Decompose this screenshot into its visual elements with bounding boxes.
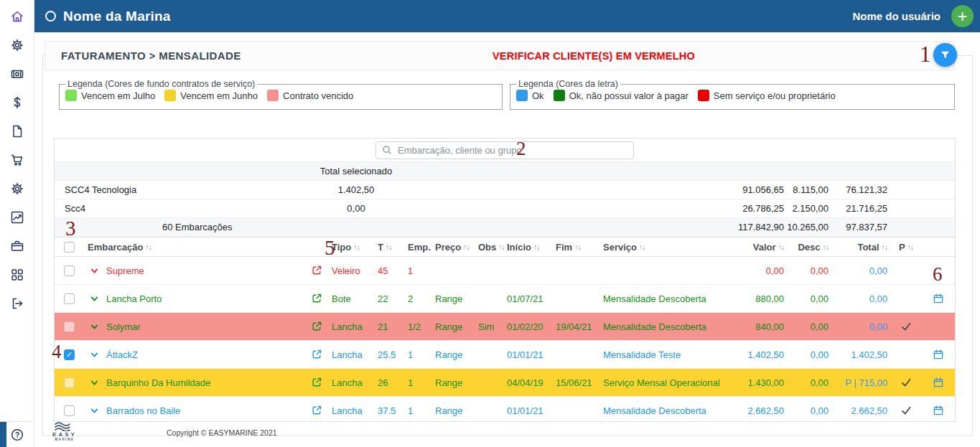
column-header-fim[interactable]: Fim↑↓ bbox=[553, 242, 600, 253]
add-button[interactable]: + bbox=[951, 5, 974, 27]
summary-header-row: Total selecionado bbox=[55, 162, 955, 181]
sort-icon[interactable]: ↑↓ bbox=[463, 243, 470, 251]
row-checkbox[interactable] bbox=[64, 377, 75, 388]
expand-chevron-icon[interactable] bbox=[85, 294, 103, 304]
expand-chevron-icon[interactable] bbox=[85, 378, 103, 387]
legend-title: Legenda (Cores da letra) bbox=[516, 79, 620, 89]
sidebar-item-operations[interactable] bbox=[9, 182, 25, 196]
row-checkbox[interactable]: ✓ bbox=[64, 349, 75, 360]
row-checkbox[interactable] bbox=[64, 405, 75, 416]
sort-icon[interactable]: ↑↓ bbox=[882, 243, 888, 251]
open-external-icon[interactable] bbox=[304, 377, 329, 388]
cell-t: 22 bbox=[375, 293, 405, 304]
sort-icon[interactable]: ↑↓ bbox=[823, 243, 829, 251]
sort-icon[interactable]: ↑↓ bbox=[778, 243, 785, 251]
cell-inicio: 01/01/21 bbox=[504, 405, 553, 416]
open-external-icon[interactable] bbox=[304, 405, 329, 416]
search-box[interactable] bbox=[375, 141, 634, 159]
calendar-icon[interactable] bbox=[922, 405, 955, 416]
column-header-servico[interactable]: Serviço↑↓ bbox=[600, 242, 722, 253]
cell-tipo: Lancha bbox=[329, 405, 375, 416]
boat-name[interactable]: ÁttackZ bbox=[103, 349, 304, 360]
select-all-checkbox[interactable] bbox=[64, 242, 75, 253]
column-header-p[interactable]: P↑↓ bbox=[890, 242, 922, 253]
legend-item: Vencem em Julho bbox=[65, 90, 155, 101]
sidebar-item-financial[interactable] bbox=[9, 95, 25, 110]
column-header-embarcacao[interactable]: Embarcação↑↓ bbox=[85, 242, 329, 253]
sort-icon[interactable]: ↑↓ bbox=[353, 243, 360, 251]
sidebar-item-settings[interactable] bbox=[9, 38, 25, 52]
expand-chevron-icon[interactable] bbox=[85, 266, 103, 276]
warning-text: VERIFICAR CLIENTE(S) EM VERMELHO bbox=[493, 50, 695, 62]
column-header-preco[interactable]: Preço↑↓ bbox=[432, 242, 475, 253]
sidebar-item-documents[interactable] bbox=[9, 124, 25, 138]
user-name[interactable]: Nome do usuário bbox=[852, 10, 941, 22]
open-external-icon[interactable] bbox=[304, 349, 329, 360]
sort-icon[interactable]: ↑↓ bbox=[639, 243, 645, 251]
calendar-icon[interactable] bbox=[922, 293, 955, 304]
boat-name[interactable]: Solymar bbox=[103, 321, 304, 332]
cell-desc: 0,00 bbox=[787, 349, 831, 360]
column-header-valor[interactable]: Valor↑↓ bbox=[722, 242, 787, 253]
sidebar-item-reports[interactable] bbox=[9, 210, 25, 225]
boat-name[interactable]: Supreme bbox=[103, 265, 304, 276]
cell-valor: 0,00 bbox=[722, 265, 787, 276]
column-header-tipo[interactable]: Tipo↑↓ bbox=[329, 242, 375, 253]
funnel-icon bbox=[939, 49, 951, 61]
open-external-icon[interactable] bbox=[304, 265, 329, 276]
table-row[interactable]: Lancha Porto Bote 22 2 Range 01/07/21 Me… bbox=[55, 285, 955, 313]
column-header-emp[interactable]: Emp. bbox=[405, 242, 432, 253]
sort-icon[interactable]: ↑↓ bbox=[386, 243, 392, 251]
cell-t: 37.5 bbox=[375, 405, 405, 416]
sidebar-item-purchases[interactable] bbox=[9, 153, 25, 167]
paid-check-icon bbox=[890, 265, 922, 276]
cell-servico: Mensalidade Teste bbox=[600, 349, 722, 360]
sidebar-item-services[interactable] bbox=[9, 239, 25, 253]
marina-logo-circle-icon bbox=[45, 11, 56, 22]
sort-icon[interactable]: ↑↓ bbox=[145, 243, 151, 251]
sort-icon[interactable]: ↑↓ bbox=[574, 243, 581, 251]
column-header-obs[interactable]: Obs↑↓ bbox=[475, 242, 504, 253]
column-header-t[interactable]: T↑↓ bbox=[375, 242, 405, 253]
calendar-icon[interactable] bbox=[922, 377, 955, 388]
sort-icon[interactable]: ↑↓ bbox=[907, 243, 914, 251]
filter-button[interactable] bbox=[933, 43, 957, 67]
sort-icon[interactable]: ↑↓ bbox=[533, 243, 540, 251]
open-external-icon[interactable] bbox=[304, 293, 329, 304]
table-row[interactable]: ✓ ÁttackZ Lancha 25.5 1 Range 01/01/21 M… bbox=[55, 341, 955, 369]
table-row[interactable]: Barquinho Da Humildade Lancha 26 1 Range… bbox=[55, 369, 955, 397]
sidebar-item-logout[interactable] bbox=[9, 296, 25, 311]
column-header-inicio[interactable]: Início↑↓ bbox=[504, 242, 553, 253]
table-row[interactable]: Barrados no Baile Lancha 37.5 1 Range 01… bbox=[55, 397, 955, 422]
row-checkbox[interactable] bbox=[64, 321, 75, 332]
sort-icon[interactable]: ↑↓ bbox=[498, 243, 504, 251]
cell-t: 21 bbox=[375, 321, 405, 332]
search-icon bbox=[382, 145, 392, 155]
table-row[interactable]: Solymar Lancha 21 1/2 Range Sim 01/02/20… bbox=[55, 313, 955, 341]
table-row[interactable]: Supreme Veleiro 45 1 0,00 0,00 0,00 bbox=[55, 257, 955, 285]
sidebar-item-modules[interactable] bbox=[9, 268, 25, 282]
legend-item: Ok, não possui valor à pagar bbox=[554, 90, 689, 101]
boat-name[interactable]: Barrados no Baile bbox=[103, 405, 304, 416]
column-header-desc[interactable]: Desc↑↓ bbox=[787, 242, 831, 253]
summary-selected: 0,00 bbox=[270, 203, 442, 214]
search-input[interactable] bbox=[396, 144, 627, 156]
gear-icon bbox=[10, 38, 24, 52]
expand-chevron-icon[interactable] bbox=[85, 350, 103, 359]
summary-valor: 117.842,90 bbox=[722, 222, 787, 232]
open-external-icon[interactable] bbox=[304, 321, 329, 332]
sidebar-item-home[interactable] bbox=[9, 9, 25, 24]
boat-name[interactable]: Barquinho Da Humildade bbox=[103, 377, 304, 388]
expand-chevron-icon[interactable] bbox=[85, 406, 103, 415]
row-checkbox[interactable] bbox=[64, 265, 75, 276]
expand-chevron-icon[interactable] bbox=[85, 322, 103, 331]
calendar-icon[interactable] bbox=[922, 321, 955, 332]
sidebar-item-payments[interactable] bbox=[9, 67, 25, 81]
boat-name[interactable]: Lancha Porto bbox=[103, 293, 304, 304]
summary-selected: 1.402,50 bbox=[270, 184, 442, 195]
row-checkbox[interactable] bbox=[64, 293, 75, 304]
billing-table: Total selecionado SCC4 Tecnologia 1.402,… bbox=[54, 138, 956, 422]
calendar-icon[interactable] bbox=[922, 349, 955, 360]
column-header-total[interactable]: Total↑↓ bbox=[831, 242, 890, 253]
summary-total: 97.837,57 bbox=[831, 222, 890, 232]
